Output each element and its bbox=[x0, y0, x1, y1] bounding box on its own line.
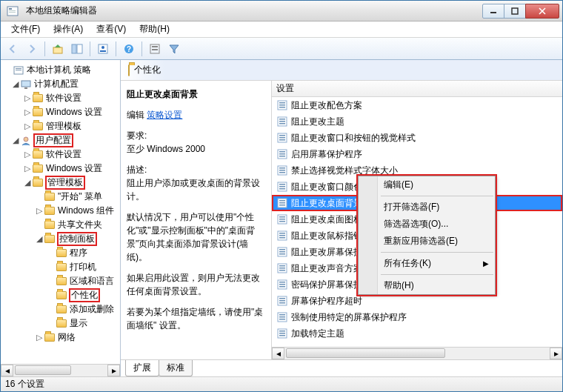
scroll-thumb[interactable] bbox=[286, 348, 445, 358]
tree-admin-templates[interactable]: ▷管理模板 bbox=[1, 119, 120, 133]
tree-add-remove[interactable]: 添加或删除 bbox=[1, 302, 120, 316]
svg-rect-46 bbox=[279, 184, 285, 185]
setting-item-icon bbox=[276, 311, 288, 323]
cm-open-filter[interactable]: 打开筛选器(F) bbox=[359, 199, 495, 216]
tree-software-settings[interactable]: ▷软件设置 bbox=[1, 91, 120, 105]
list-header[interactable]: 设置 bbox=[272, 81, 562, 97]
tree-control-panel[interactable]: ◢控制面板 bbox=[1, 232, 120, 246]
content-header: 个性化 bbox=[121, 60, 562, 81]
svg-rect-72 bbox=[279, 286, 285, 288]
svg-rect-68 bbox=[279, 270, 285, 271]
menu-help[interactable]: 帮助(H) bbox=[133, 21, 176, 37]
svg-rect-21 bbox=[16, 70, 21, 70]
folder-icon bbox=[32, 107, 44, 119]
tab-extended[interactable]: 扩展 bbox=[125, 360, 159, 376]
back-button[interactable] bbox=[4, 40, 21, 58]
folder-icon bbox=[32, 163, 44, 175]
list-row[interactable]: 阻止更改配色方案 bbox=[272, 97, 562, 113]
svg-point-12 bbox=[101, 46, 104, 49]
tree-personalization[interactable]: 个性化 bbox=[1, 288, 120, 302]
svg-rect-43 bbox=[279, 170, 285, 171]
cm-edit[interactable]: 编辑(E) bbox=[359, 176, 495, 193]
cm-reapply-filter[interactable]: 重新应用筛选器(E) bbox=[359, 233, 495, 250]
tree-network[interactable]: ▷网络 bbox=[1, 330, 120, 345]
minimize-button[interactable] bbox=[482, 4, 504, 19]
svg-text:?: ? bbox=[127, 45, 131, 53]
svg-rect-17 bbox=[152, 46, 158, 47]
properties-button[interactable] bbox=[94, 40, 112, 58]
menubar: 文件(F) 操作(A) 查看(V) 帮助(H) bbox=[1, 21, 562, 38]
folder-icon bbox=[32, 121, 44, 133]
svg-rect-20 bbox=[16, 68, 21, 69]
scroll-left-button[interactable]: ◂ bbox=[272, 348, 284, 359]
help-icon-toolbar[interactable]: ? bbox=[120, 40, 138, 58]
tree-horizontal-scrollbar[interactable]: ◂ ▸ bbox=[1, 364, 120, 376]
tree-shared-folders[interactable]: 共享文件夹 bbox=[1, 218, 120, 232]
tree-computer-config[interactable]: ◢计算机配置 bbox=[1, 77, 120, 91]
show-hide-tree-button[interactable] bbox=[68, 40, 86, 58]
tab-standard[interactable]: 标准 bbox=[159, 360, 193, 376]
cm-all-tasks[interactable]: 所有任务(K)▶ bbox=[359, 255, 495, 272]
svg-rect-50 bbox=[279, 200, 285, 202]
filter-icon[interactable] bbox=[165, 40, 183, 58]
folder-icon bbox=[56, 304, 67, 316]
tree-windows-components[interactable]: ▷Windows 组件 bbox=[1, 204, 120, 218]
svg-rect-27 bbox=[279, 104, 285, 106]
scroll-right-button[interactable]: ▸ bbox=[550, 348, 562, 359]
tree-windows-settings2[interactable]: ▷Windows 设置 bbox=[1, 162, 120, 176]
list-row-label: 屏幕保护程序超时 bbox=[291, 295, 362, 308]
forward-button[interactable] bbox=[23, 40, 41, 58]
cm-filter-options[interactable]: 筛选器选项(O)... bbox=[359, 216, 495, 233]
tree-root[interactable]: 本地计算机 策略 bbox=[1, 63, 120, 77]
tree-admin-templates2[interactable]: ◢管理模板 bbox=[1, 176, 120, 190]
setting-item-icon bbox=[276, 295, 288, 307]
edit-label: 编辑 bbox=[127, 110, 144, 120]
tree-start-menu[interactable]: "开始" 菜单 bbox=[1, 190, 120, 204]
svg-rect-84 bbox=[279, 335, 285, 336]
list-row[interactable]: 阻止更改窗口和按钮的视觉样式 bbox=[272, 130, 562, 146]
list-row[interactable]: 强制使用特定的屏幕保护程序 bbox=[272, 309, 562, 325]
folder-icon bbox=[32, 177, 44, 189]
svg-rect-67 bbox=[279, 268, 285, 269]
list-horizontal-scrollbar[interactable]: ◂ ▸ bbox=[272, 347, 562, 359]
list-row-label: 强制使用特定的屏幕保护程序 bbox=[291, 311, 407, 324]
up-button[interactable] bbox=[49, 40, 67, 58]
scroll-thumb[interactable] bbox=[15, 365, 71, 375]
setting-item-icon bbox=[276, 246, 288, 258]
tree-user-config[interactable]: ◢用户配置 bbox=[1, 133, 120, 147]
close-button[interactable] bbox=[525, 4, 559, 19]
scroll-left-button[interactable]: ◂ bbox=[1, 365, 13, 376]
folder-icon bbox=[32, 149, 44, 161]
tree-windows-settings[interactable]: ▷Windows 设置 bbox=[1, 105, 120, 119]
setting-item-icon bbox=[276, 148, 288, 160]
setting-item-icon bbox=[276, 116, 288, 127]
tree-region[interactable]: 区域和语言 bbox=[1, 274, 120, 288]
list-row[interactable]: 屏幕保护程序超时 bbox=[272, 293, 562, 309]
svg-rect-63 bbox=[279, 251, 285, 253]
cm-help[interactable]: 帮助(H) bbox=[359, 277, 495, 294]
list-row[interactable]: 启用屏幕保护程序 bbox=[272, 146, 562, 162]
menu-view[interactable]: 查看(V) bbox=[90, 21, 132, 37]
policy-setting-link[interactable]: 策略设置 bbox=[147, 110, 182, 120]
svg-rect-80 bbox=[279, 319, 285, 320]
menu-file[interactable]: 文件(F) bbox=[5, 21, 46, 37]
policy-tree[interactable]: 本地计算机 策略 ◢计算机配置 ▷软件设置 ▷Windows 设置 ▷管理模板 … bbox=[1, 60, 120, 364]
setting-item-icon bbox=[276, 279, 288, 290]
tree-display[interactable]: 显示 bbox=[1, 316, 120, 330]
folder-icon bbox=[44, 332, 56, 344]
setting-item-icon bbox=[276, 132, 288, 144]
scroll-right-button[interactable]: ▸ bbox=[107, 365, 120, 376]
settings-all-icon[interactable] bbox=[146, 40, 164, 58]
maximize-button[interactable] bbox=[504, 4, 526, 19]
list-row-label: 启用屏幕保护程序 bbox=[291, 148, 362, 161]
list-row[interactable]: 加载特定主题 bbox=[272, 325, 562, 342]
tree-software-settings2[interactable]: ▷软件设置 bbox=[1, 147, 120, 162]
tree-programs[interactable]: 程序 bbox=[1, 246, 120, 260]
description-p3: 如果启用此设置，则用户无法更改任何桌面背景设置。 bbox=[127, 271, 265, 298]
svg-rect-78 bbox=[279, 314, 285, 316]
tree-printers[interactable]: 打印机 bbox=[1, 260, 120, 274]
svg-rect-48 bbox=[279, 188, 285, 190]
list-row-label: 阻止更改鼠标指针 bbox=[291, 230, 362, 242]
menu-action[interactable]: 操作(A) bbox=[47, 21, 89, 37]
list-row[interactable]: 阻止更改主题 bbox=[272, 113, 562, 130]
